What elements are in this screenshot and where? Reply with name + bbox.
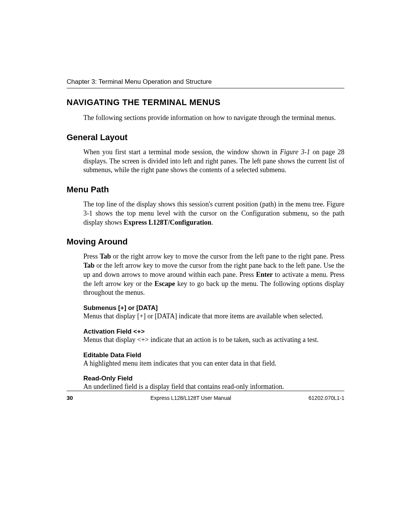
heading-general-layout: General Layout: [67, 133, 344, 142]
document-page: Chapter 3: Terminal Menu Operation and S…: [0, 0, 411, 532]
footer-rule: [67, 391, 344, 391]
text-fragment: or the right arrow key to move the curso…: [111, 252, 345, 260]
general-layout-paragraph: When you first start a terminal mode ses…: [83, 148, 344, 175]
subheading-activation-field: Activation Field <+>: [83, 328, 344, 335]
activation-field-text: Menus that display <+> indicate that an …: [83, 335, 344, 345]
path-display-text: Express L128T/Configuration: [124, 219, 211, 226]
editable-data-field-text: A highlighted menu item indicates that y…: [83, 359, 344, 368]
key-tab: Tab: [100, 252, 111, 260]
key-escape: Escape: [155, 280, 175, 288]
key-enter: Enter: [256, 271, 273, 278]
page-footer: 30 Express L128/L128T User Manual 61202.…: [67, 395, 344, 401]
menu-path-paragraph: The top line of the display shows this s…: [83, 200, 344, 227]
subheading-read-only-field: Read-Only Field: [83, 375, 344, 382]
intro-paragraph: The following sections provide informati…: [83, 113, 344, 123]
key-tab: Tab: [83, 262, 94, 269]
page-title: NAVIGATING THE TERMINAL MENUS: [67, 97, 344, 107]
text-fragment: Press: [83, 252, 100, 260]
heading-moving-around: Moving Around: [67, 237, 344, 247]
subheading-submenus: Submenus [+] or [DATA]: [83, 304, 344, 312]
submenus-text: Menus that display [+] or [DATA] indicat…: [83, 312, 344, 321]
text-fragment: When you first start a terminal mode ses…: [83, 148, 280, 156]
heading-menu-path: Menu Path: [67, 185, 344, 195]
read-only-field-text: An underlined field is a display field t…: [83, 382, 344, 391]
moving-around-paragraph: Press Tab or the right arrow key to move…: [83, 252, 344, 297]
footer-center-text: Express L128/L128T User Manual: [150, 395, 231, 401]
page-number: 30: [67, 395, 73, 401]
figure-reference: Figure 3-1: [280, 148, 310, 156]
text-fragment: .: [211, 219, 213, 226]
footer-document-code: 61202.070L1-1: [309, 395, 344, 401]
chapter-header: Chapter 3: Terminal Menu Operation and S…: [67, 78, 344, 86]
subheading-editable-data-field: Editable Data Field: [83, 351, 344, 359]
text-fragment: The top line of the display shows this s…: [83, 200, 344, 226]
header-rule: [67, 88, 344, 88]
